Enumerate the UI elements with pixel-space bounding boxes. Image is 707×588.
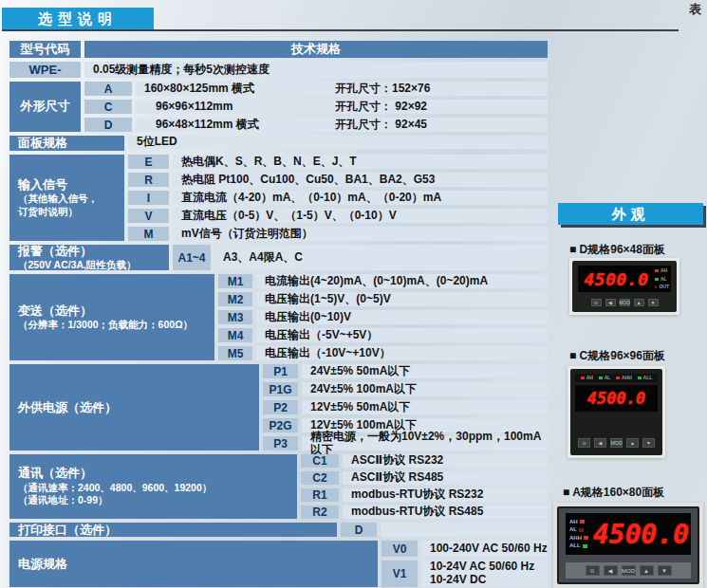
section-label: 打印接口（选件） [9, 523, 337, 537]
table-row: V 直流电压（0-5）V、（1-5）V、（0-10）V [128, 209, 548, 223]
indicator-lamp: AL [569, 527, 591, 532]
option-spec: 热电阻 Pt100、Cu100、Cu50、BA1、BA2、G53 [173, 173, 548, 187]
meter-c: AH AL AHH ALL 4500.0 ⊙ ◀ MOD ▲ ▼ [570, 369, 662, 455]
option-code: A1~4 [173, 245, 211, 270]
page-corner-text: 表 [689, 1, 701, 18]
option-code: E [128, 155, 169, 169]
column-header-model: 型号代码 [9, 41, 81, 58]
section-external-power: 外供电源（选件） P1 24V±5% 50mA以下 P1G 24V±5% 100… [9, 364, 548, 450]
option-spec: mV信号（订货注明范围） [173, 227, 548, 241]
panel-a-photo: AH AL AHH ALL 4500.0 ⊙ ◀ MOD ▲ ▼ [553, 503, 703, 588]
table-row: M5 电压输出（-10V~+10V） [218, 346, 548, 360]
table-row: P2 12V±5% 50mA以下 [263, 400, 548, 414]
meter-c-readout: 4500.0 [587, 389, 645, 408]
indicator-lamp: AH [569, 520, 591, 524]
indicator-lamp: ALL [569, 543, 591, 548]
left-button-icon: ◀ [605, 299, 616, 306]
option-code: I [128, 191, 169, 205]
table-row: C1 ASCⅡ协议 RS232 [301, 454, 548, 468]
appearance-title: 外观 [558, 203, 703, 225]
meter-d-readout: 4500.0 [578, 269, 655, 289]
option-code: P2 [263, 400, 298, 414]
indicator-lamp: AL [599, 376, 611, 380]
catalog-page: 表 选型说明 型号代码 技术规格 WPE- 0.05级测量精度；每秒5次测控速度… [0, 0, 707, 588]
option-code: V0 [381, 541, 418, 557]
option-code: R1 [301, 488, 339, 502]
dimension-text: 96×48×112mm 横式 [144, 119, 335, 132]
option-code: V1 [381, 560, 418, 587]
option-code: P2G [263, 418, 298, 432]
option-spec: 96×48×112mm 横式 开孔尺寸： 92×45 [136, 118, 548, 132]
column-header-spec: 技术规格 [84, 41, 548, 58]
option-spec: 24V±5% 100mA以下 [302, 382, 548, 396]
dimension-text: 160×80×125mm 横式 [144, 83, 335, 96]
meter-d-buttons: ⊙ ◀ MOD ▲ ▼ [578, 297, 671, 308]
table-row: V1 10-24V AC 50/60 Hz 10-24V DC [381, 560, 548, 587]
option-spec: modbus-RTU协议 RS232 [343, 488, 548, 502]
section-label-sub: 订货时说明） [18, 206, 124, 219]
option-spec: 10-24V AC 50/60 Hz 10-24V DC [421, 560, 548, 587]
option-spec: 5位LED [128, 136, 548, 149]
option-spec: 96×96×112mm 开孔尺寸： 92×92 [136, 100, 548, 114]
cutout-text: 开孔尺寸：152×76 [335, 83, 430, 96]
section-transmitter: 变送（选件） （分辨率：1/3000；负载能力：600Ω） M1 电流输出(4~… [9, 274, 548, 360]
down-button-icon: ▼ [648, 299, 659, 306]
up-button-icon: ▲ [634, 299, 644, 306]
option-code: P1G [263, 382, 298, 396]
meter-a-buttons: ⊙ ◀ MOD ▲ ▼ [566, 562, 691, 579]
power-spec-line2: 10-24V DC [430, 574, 486, 587]
model-code: WPE- [9, 62, 81, 78]
section-label-sub: （其他输入信号， [18, 193, 124, 206]
option-spec: 电压输出(1~5)V、(0~5)V [256, 292, 548, 306]
table-row: M1 电流输出(4~20)mA、(0~10)mA、(0~20)mA [218, 274, 548, 288]
option-spec: 100-240V AC 50/60 Hz [421, 541, 548, 557]
panel-a-label: ■ A规格160×80面板 [563, 485, 664, 501]
down-button-icon: ▼ [642, 438, 655, 448]
meter-a-readout: 4500.0 [591, 519, 691, 550]
table-row: 5位LED [128, 136, 548, 149]
table-row: I 直流电流（4-20）mA、（0-10）mA、（0-20）mA [128, 191, 548, 205]
option-spec: A3、A4限A、C [214, 245, 548, 270]
table-row: M3 电压输出(0~10)V [218, 310, 548, 324]
model-row: WPE- 0.05级测量精度；每秒5次测控速度 [9, 62, 548, 78]
cutout-text: 开孔尺寸： 92×92 [335, 101, 427, 114]
option-code: A [84, 82, 132, 96]
power-button-icon: ⊙ [586, 565, 600, 576]
meter-a-indicators: AH AL AHH ALL [566, 513, 591, 555]
model-spec: 0.05级测量精度；每秒5次测控速度 [84, 62, 548, 78]
section-label: 变送（选件） （分辨率：1/3000；负载能力：600Ω） [9, 274, 214, 360]
section-label: 输入信号 （其他输入信号， 订货时说明） [9, 155, 124, 241]
table-row: D 96×48×112mm 横式 开孔尺寸： 92×45 [84, 118, 548, 132]
option-code: M [128, 227, 169, 241]
option-spec: 电压输出（-5V~+5V） [256, 328, 548, 342]
table-row: E 热电偶K、S、R、B、N、E、J、T [128, 155, 548, 169]
section-label-main: 变送（选件） [18, 303, 214, 319]
option-code: M1 [218, 274, 252, 288]
option-code: V [128, 209, 169, 223]
section-label-sub: （250V AC/3A,阻性负载） [18, 259, 169, 272]
section-alarm: 报警（选件） （250V AC/3A,阻性负载） A1~4 A3、A4限A、C [9, 245, 548, 270]
option-code: R2 [301, 505, 339, 519]
power-button-icon: ⊙ [578, 438, 590, 448]
title-underline [2, 29, 679, 31]
section-print-interface: 打印接口（选件） D [9, 523, 548, 537]
section-panel-spec: 面板规格 5位LED [9, 136, 548, 151]
option-spec: 电流输出(4~20)mA、(0~10)mA、(0~20)mA [256, 274, 548, 288]
meter-c-display: 4500.0 [575, 385, 658, 412]
option-spec: ASCⅡ协议 RS232 [343, 454, 548, 468]
cutout-text: 开孔尺寸： 92×45 [335, 119, 427, 132]
option-code: M5 [218, 346, 252, 360]
table-row: P3 精密电源，一般为10V±2%，30ppm，100mA以下 [263, 436, 548, 450]
table-row: M2 电压输出(1~5)V、(0~5)V [218, 292, 548, 306]
section-label-sub: （通讯速率：2400、4800、9600、19200） [18, 482, 297, 495]
section-label: 报警（选件） （250V AC/3A,阻性负载） [9, 245, 169, 270]
section-label: 电源规格 [9, 541, 378, 587]
section-label: 通讯（选件） （通讯速率：2400、4800、9600、19200） （通讯地址… [9, 454, 297, 519]
panel-c-label: ■ C规格96×96面板 [569, 348, 665, 364]
dimension-text: 96×96×112mm [144, 101, 335, 114]
section-label-sub: （通讯地址：0-99） [18, 494, 297, 507]
table-row: M mV信号（订货注明范围） [128, 227, 548, 241]
down-button-icon: ▼ [658, 565, 672, 576]
table-row: A 160×80×125mm 横式 开孔尺寸：152×76 [84, 82, 548, 96]
section-label-main: 报警（选件） [18, 244, 169, 259]
